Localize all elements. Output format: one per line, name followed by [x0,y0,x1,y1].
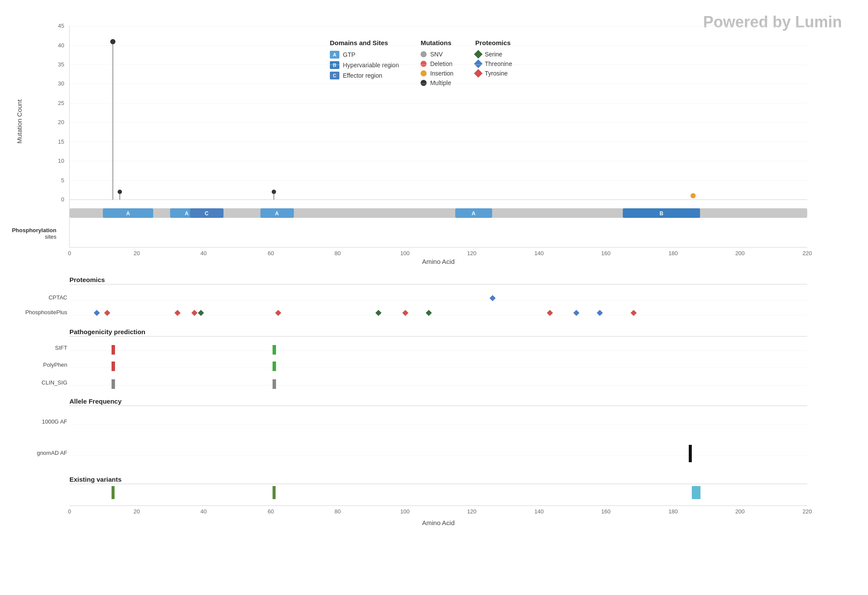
x-tick-20-bot: 20 [134,508,140,515]
x-tick-60-bot: 60 [268,508,274,515]
x-tick-100-top: 100 [400,250,410,256]
existingvariants-section-label: Existing variants [69,476,122,483]
x-tick-140-top: 140 [534,250,544,256]
mutation-multiple-aa15[interactable] [118,190,122,194]
x-tick-100-bot: 100 [400,508,410,515]
allelefreq-section-label: Allele Frequency [69,398,122,405]
existing-bar-aa13[interactable] [112,486,115,499]
y-tick-15: 15 [58,138,64,145]
x-tick-200-top: 200 [735,250,745,256]
y-tick-35: 35 [58,61,64,68]
y-tick-0: 0 [61,196,64,203]
polyphen-label: PolyPhen [43,362,67,368]
domain-a-4-label: A [472,210,476,217]
x-tick-20-top: 20 [134,250,140,256]
y-tick-25: 25 [58,100,64,106]
x-tick-0-bot: 0 [68,508,71,515]
y-tick-5: 5 [61,177,64,184]
y-tick-40: 40 [58,42,64,49]
existing-bar-aa61[interactable] [273,486,276,499]
x-tick-180-top: 180 [668,250,678,256]
x-tick-220-top: 220 [802,250,812,256]
x-tick-60-top: 60 [268,250,274,256]
y-tick-45: 45 [58,23,64,29]
y-axis-label: Mutation Count [16,99,23,144]
domain-a-3-label: A [275,210,279,217]
domain-b-1-label: B [660,210,664,217]
sift-bar-aa13[interactable] [112,345,115,355]
x-tick-40-top: 40 [201,250,207,256]
proteomics-section-label: Proteomics [69,276,105,283]
x-tick-200-bot: 200 [735,508,745,515]
polyphen-bar-aa61[interactable] [273,362,276,371]
x-tick-140-bot: 140 [534,508,544,515]
x-axis-label-bottom: Amino Acid [422,519,454,526]
y-tick-30: 30 [58,80,64,87]
x-tick-120-bot: 120 [467,508,477,515]
domain-c-1-label: C [205,210,209,217]
pathogenicity-section-label: Pathogenicity prediction [69,328,145,335]
x-tick-180-bot: 180 [668,508,678,515]
mutation-insertion-aa186[interactable] [690,193,696,198]
phosphorylation-label-2: sites [45,233,56,240]
x-tick-80-top: 80 [335,250,341,256]
sift-bar-aa61[interactable] [273,345,276,355]
x-tick-160-bot: 160 [601,508,611,515]
phosphorylation-label: Phosphorylation [12,227,56,233]
x-tick-0-top: 0 [68,250,71,256]
clinsig-label: CLIN_SIG [42,379,67,386]
mutation-multiple-aa61[interactable] [272,190,276,194]
y-tick-10: 10 [58,158,64,164]
clinsig-bar-aa13[interactable] [112,379,115,389]
gnomad-bar-aa185[interactable] [689,445,692,462]
x-tick-220-bot: 220 [802,508,812,515]
polyphen-bar-aa13[interactable] [112,362,115,371]
phosphositeplus-label: PhosphositePlus [25,309,67,316]
domain-a-2-label: A [185,210,189,217]
x-tick-160-top: 160 [601,250,611,256]
domain-a-1-label: A [126,210,130,217]
existing-bar-aa186[interactable] [692,486,700,499]
x-tick-120-top: 120 [467,250,477,256]
main-chart: Mutation Count 0 5 10 15 20 25 30 35 40 … [0,0,868,595]
clinsig-bar-aa61[interactable] [273,379,276,389]
cptac-label: CPTAC [49,294,67,301]
y-tick-20: 20 [58,119,64,125]
thousandg-label: 1000G AF [42,418,67,425]
mutation-multiple-aa13[interactable] [110,39,115,44]
x-tick-80-bot: 80 [335,508,341,515]
x-tick-40-bot: 40 [201,508,207,515]
gnomad-label: gnomAD AF [37,450,67,456]
sift-label: SIFT [55,345,67,351]
x-axis-label-top: Amino Acid [422,258,454,265]
